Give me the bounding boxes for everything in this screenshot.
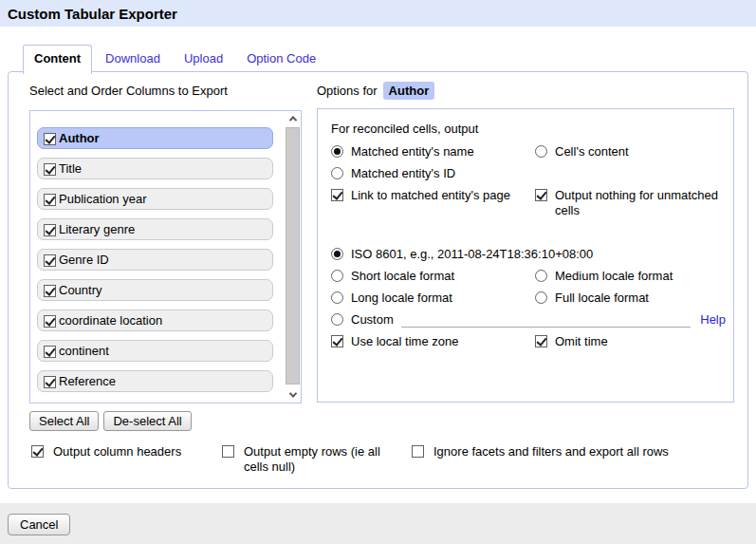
tab-bar: Content Download Upload Option Code [8,45,329,73]
columns-section-label: Select and Order Columns to Export [29,84,228,98]
medium-locale-label: Medium locale format [555,269,673,284]
tab-content[interactable]: Content [23,45,92,74]
column-checkbox[interactable] [44,285,56,297]
output-column-headers-label: Output column headers [53,444,181,460]
custom-tabular-exporter-dialog: Custom Tabular Exporter Content Download… [0,0,756,544]
reconciled-heading: For reconciled cells, output [331,122,726,137]
content-tab-panel: Select and Order Columns to Export Autho… [8,71,748,489]
column-list: Author Title Publication year Literary g… [29,110,302,403]
omit-time-label: Omit time [555,334,608,349]
column-item[interactable]: Author [37,127,273,149]
date-locale-row-2: Long locale format Full locale format [331,291,726,306]
options-for-label: Options for Author [317,82,434,100]
long-locale-label: Long locale format [351,291,452,306]
column-item[interactable]: coordinate location [37,310,273,331]
column-item[interactable]: Country [37,279,273,301]
column-options-box: For reconciled cells, output Matched ent… [317,108,734,403]
scrollbar-down-button[interactable] [285,387,301,403]
column-item-label: Author [59,131,100,145]
selected-column-badge: Author [383,82,435,100]
date-locale-row-1: Short locale format Medium locale format [331,269,726,284]
custom-format-label: Custom [351,312,394,328]
output-empty-rows-option: Output empty rows (ie all cells null) [222,444,391,475]
output-empty-rows-label: Output empty rows (ie all cells null) [244,444,391,475]
output-column-headers-option: Output column headers [31,444,181,460]
recon-row-3: Link to matched entity's page Output not… [331,188,726,218]
ignore-facets-option: Ignore facets and filters and export all… [412,444,669,460]
full-locale-radio[interactable] [535,291,547,304]
dialog-titlebar: Custom Tabular Exporter [0,0,756,27]
output-nothing-unmatched-label: Output nothing for unmatched cells [555,188,726,218]
tab-download[interactable]: Download [95,46,171,73]
column-item[interactable]: Title [37,158,273,179]
cells-content-radio[interactable] [535,145,547,158]
matched-entity-id-radio[interactable] [331,167,343,179]
long-locale-radio[interactable] [331,291,343,304]
column-item[interactable]: continent [37,340,273,362]
column-items: Author Title Publication year Literary g… [30,111,301,392]
column-checkbox[interactable] [44,254,56,267]
scrollbar-up-button[interactable] [285,111,301,126]
tab-upload[interactable]: Upload [174,46,233,73]
column-item[interactable]: Publication year [37,188,273,210]
column-item-label: Reference [59,374,116,388]
selection-buttons: Select All De-select All [29,411,192,431]
dialog-footer: Cancel [0,503,756,544]
chevron-down-icon [288,389,296,397]
custom-format-radio[interactable] [331,313,343,326]
column-item[interactable]: Genre ID [37,249,273,271]
link-matched-entity-label: Link to matched entity's page [351,188,510,203]
recon-row-1: Matched entity's name Cell's content [331,144,726,159]
column-list-scrollbar[interactable] [285,111,301,403]
short-locale-label: Short locale format [351,269,454,284]
link-matched-entity-checkbox[interactable] [331,189,343,201]
output-empty-rows-checkbox[interactable] [222,445,234,458]
column-checkbox[interactable] [44,315,56,328]
column-item[interactable]: Reference [37,370,273,392]
column-checkbox[interactable] [44,376,56,388]
medium-locale-radio[interactable] [535,270,547,282]
use-local-timezone-label: Use local time zone [351,334,458,349]
matched-entity-id-label: Matched entity's ID [351,166,455,181]
ignore-facets-label: Ignore facets and filters and export all… [433,444,669,460]
column-checkbox[interactable] [44,194,56,206]
timezone-row: Use local time zone Omit time [331,334,726,349]
scrollbar-thumb[interactable] [286,127,300,385]
recon-row-2: Matched entity's ID [331,166,726,181]
column-checkbox[interactable] [44,163,56,176]
column-item-label: Country [59,283,102,297]
options-for-prefix: Options for [317,84,378,98]
column-checkbox[interactable] [44,224,56,236]
select-all-button[interactable]: Select All [29,411,99,431]
use-local-timezone-checkbox[interactable] [331,335,343,347]
output-nothing-unmatched-checkbox[interactable] [535,189,547,201]
column-item-label: Title [59,161,82,176]
custom-format-row: Custom Help [331,312,726,328]
column-item-label: Publication year [59,192,147,206]
iso-8601-radio[interactable] [331,248,343,260]
short-locale-radio[interactable] [331,270,343,282]
tab-option-code[interactable]: Option Code [236,46,326,73]
column-checkbox[interactable] [44,346,56,358]
matched-entity-name-radio[interactable] [331,145,343,158]
column-checkbox[interactable] [44,133,56,145]
output-column-headers-checkbox[interactable] [31,445,44,458]
omit-time-checkbox[interactable] [535,335,547,347]
column-item-label: continent [59,344,109,358]
column-item-label: Genre ID [59,253,109,267]
column-item-label: coordinate location [59,313,162,328]
iso-8601-label: ISO 8601, e.g., 2011-08-24T18:36:10+08:0… [351,247,593,262]
cancel-button[interactable]: Cancel [8,514,70,535]
chevron-up-icon [288,116,296,123]
deselect-all-button[interactable]: De-select All [103,411,191,431]
ignore-facets-checkbox[interactable] [412,445,424,458]
column-item[interactable]: Literary genre [37,218,273,240]
dialog-title: Custom Tabular Exporter [8,6,177,22]
help-link[interactable]: Help [700,312,726,328]
full-locale-label: Full locale format [555,291,649,306]
date-iso-row: ISO 8601, e.g., 2011-08-24T18:36:10+08:0… [331,247,726,262]
matched-entity-name-label: Matched entity's name [351,144,474,159]
cells-content-label: Cell's content [555,144,629,159]
column-item-label: Literary genre [59,222,135,236]
custom-format-input[interactable] [401,313,691,328]
